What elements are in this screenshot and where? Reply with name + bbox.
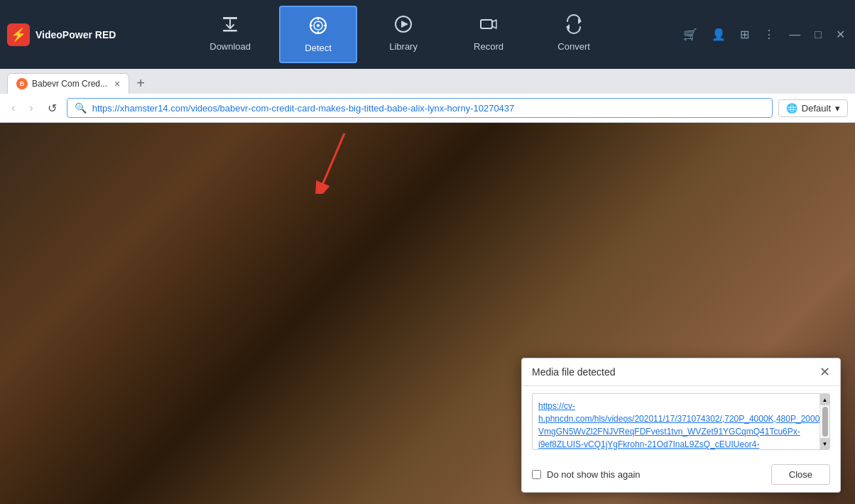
dialog-close-button[interactable]: Close [771, 464, 830, 485]
tab-favicon: B [16, 78, 28, 89]
download-icon [220, 14, 240, 37]
forward-button[interactable]: › [25, 99, 37, 117]
app-logo: ⚡ VideoPower RED [7, 23, 121, 46]
convert-icon [564, 14, 584, 37]
grid-icon[interactable]: ⊞ [737, 25, 752, 44]
record-icon [479, 14, 499, 37]
address-row: ‹ › ↺ 🔍 🌐 Default ▾ [0, 94, 855, 122]
window-controls: 🛒 👤 ⊞ ⋮ — □ ✕ [680, 25, 848, 44]
media-dialog: Media file detected ✕ https://cv-h.phncd… [521, 358, 841, 493]
cart-icon[interactable]: 🛒 [680, 25, 700, 44]
arrow-annotation [309, 130, 352, 197]
tab-record-label: Record [474, 41, 503, 52]
address-bar[interactable]: 🔍 [67, 98, 773, 118]
tab-download-label: Download [209, 41, 251, 52]
tab-library[interactable]: Library [364, 6, 442, 63]
tab-detect-label: Detect [305, 43, 332, 53]
svg-line-16 [323, 133, 344, 183]
do-not-show-label: Do not show this again [547, 469, 641, 480]
tab-record[interactable]: Record [450, 6, 528, 63]
profile-label: Default [802, 103, 831, 114]
refresh-button[interactable]: ↺ [43, 99, 61, 118]
media-dialog-header: Media file detected ✕ [522, 358, 840, 386]
tab-convert[interactable]: Convert [535, 6, 613, 63]
main-nav: Download Detect [121, 6, 680, 63]
svg-rect-0 [223, 17, 237, 19]
tab-download[interactable]: Download [188, 6, 272, 63]
globe-icon: 🌐 [786, 103, 797, 114]
titlebar: ⚡ VideoPower RED Download [0, 0, 855, 69]
browser-bar: B Babevr Com Cred... × + ‹ › ↺ 🔍 🌐 Defau… [0, 69, 855, 123]
account-icon[interactable]: 👤 [709, 25, 729, 44]
svg-marker-10 [401, 21, 408, 28]
tab-library-label: Library [389, 41, 418, 52]
tab-close-button[interactable]: × [114, 78, 120, 89]
media-dialog-title: Media file detected [532, 366, 616, 378]
tab-detect[interactable]: Detect [279, 6, 357, 63]
media-dialog-body: https://cv-h.phncdn.com/hls/videos/20201… [522, 386, 840, 457]
tab-convert-label: Convert [557, 41, 590, 52]
media-url-box: https://cv-h.phncdn.com/hls/videos/20201… [532, 393, 830, 450]
scrollbar[interactable]: ▲ ▼ [819, 394, 829, 449]
restore-button[interactable]: □ [812, 26, 824, 44]
media-url-link[interactable]: https://cv-h.phncdn.com/hls/videos/20201… [538, 401, 819, 449]
media-url-text[interactable]: https://cv-h.phncdn.com/hls/videos/20201… [533, 394, 819, 449]
close-button[interactable]: ✕ [833, 25, 848, 44]
do-not-show-checkbox[interactable] [532, 470, 541, 479]
tab-title: Babevr Com Cred... [32, 79, 107, 89]
media-dialog-footer: Do not show this again Close [522, 457, 840, 492]
scrollbar-up[interactable]: ▲ [820, 394, 829, 405]
do-not-show-row: Do not show this again [532, 469, 641, 480]
media-dialog-close-button[interactable]: ✕ [819, 366, 830, 378]
search-icon: 🔍 [75, 102, 87, 114]
tabs-row: B Babevr Com Cred... × + [0, 69, 855, 94]
more-icon[interactable]: ⋮ [761, 25, 778, 44]
browser-tab[interactable]: B Babevr Com Cred... × [7, 73, 129, 94]
minimize-button[interactable]: — [786, 26, 803, 44]
chevron-down-icon: ▾ [835, 103, 840, 114]
back-button[interactable]: ‹ [7, 99, 19, 117]
content-area: Media file detected ✕ https://cv-h.phncd… [0, 123, 855, 504]
scrollbar-down[interactable]: ▼ [820, 438, 829, 449]
detect-icon [308, 16, 328, 38]
profile-selector[interactable]: 🌐 Default ▾ [778, 99, 848, 117]
app-name: VideoPower RED [36, 29, 116, 40]
url-input[interactable] [92, 103, 765, 114]
svg-rect-11 [481, 20, 492, 28]
add-tab-button[interactable]: + [132, 75, 149, 92]
svg-point-4 [317, 24, 320, 27]
scrollbar-thumb[interactable] [822, 407, 828, 437]
svg-rect-1 [223, 30, 237, 32]
library-icon [393, 14, 413, 37]
app-icon: ⚡ [7, 23, 30, 46]
